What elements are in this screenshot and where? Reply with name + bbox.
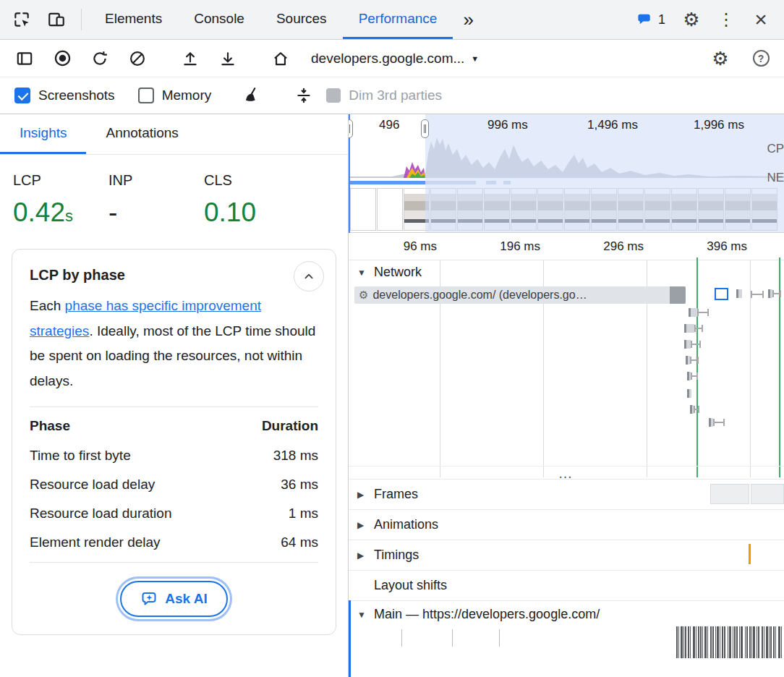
reload-icon [90, 49, 109, 68]
home-icon [271, 49, 290, 68]
screenshot-thumbnail[interactable] [430, 188, 456, 231]
selected-request-outline[interactable] [715, 288, 728, 300]
console-messages-button[interactable]: 1 [628, 12, 674, 28]
screenshot-thumbnail[interactable] [404, 188, 430, 231]
flame-activity-stripe [769, 626, 770, 658]
save-profile-button[interactable] [209, 42, 247, 75]
timeline-overview[interactable]: 496 996 ms 1,496 ms 1,996 ms 2,49 CP NE [349, 114, 784, 233]
ask-ai-button[interactable]: Ask AI [120, 581, 227, 617]
screenshot-thumbnail[interactable] [564, 188, 590, 231]
tab-performance[interactable]: Performance [343, 0, 453, 39]
network-request-bar[interactable] [736, 289, 742, 298]
tab-sources[interactable]: Sources [260, 0, 343, 39]
window-resize-handle-right[interactable] [421, 119, 429, 138]
marker-line [779, 257, 780, 477]
flame-activity-stripe [741, 626, 743, 658]
help-button[interactable]: ? [742, 42, 780, 75]
network-resize-handle[interactable]: … [349, 466, 784, 479]
close-devtools-button[interactable]: × [743, 9, 778, 30]
page-selector-dropdown[interactable]: developers.google.com... ▼ [299, 51, 490, 67]
record-and-reload-button[interactable] [81, 42, 119, 75]
inspect-element-button[interactable] [4, 0, 39, 39]
flame-activity-stripe [720, 626, 720, 658]
column-header-duration: Duration [236, 407, 318, 442]
phase-duration: 64 ms [236, 528, 318, 563]
screenshot-thumbnail[interactable] [350, 188, 376, 231]
flame-activity-stripe [681, 626, 683, 658]
toggle-sidebar-button[interactable] [6, 42, 43, 75]
network-request-bar[interactable] [686, 356, 690, 365]
screenshot-thumbnail[interactable] [698, 188, 724, 231]
screenshot-thumbnail[interactable] [725, 188, 751, 231]
metric-value: 0.42 [13, 197, 65, 227]
network-request-bar[interactable] [687, 389, 691, 398]
network-request-whisker [691, 341, 701, 348]
main-track-header[interactable]: ▼ Main — https://developers.google.com/ [357, 607, 600, 622]
phase-name: Time to first byte [30, 441, 236, 470]
screenshot-thumbnail[interactable] [457, 188, 483, 231]
flame-activity-stripe [778, 626, 780, 658]
metric-lcp[interactable]: LCP 0.42s [13, 172, 108, 233]
flame-activity-stripe [749, 626, 751, 658]
tab-insights[interactable]: Insights [0, 114, 86, 154]
network-request-chip[interactable]: ⚙ developers.google.com/ (developers.go… [354, 286, 686, 304]
screenshot-thumbnail[interactable] [537, 188, 563, 231]
screenshot-thumbnail[interactable] [751, 188, 777, 231]
network-request-bar[interactable] [709, 418, 713, 427]
close-icon: × [754, 9, 767, 30]
screenshot-thumbnail[interactable] [484, 188, 510, 231]
frame-thumbnail-block[interactable] [751, 484, 784, 504]
upload-icon [181, 49, 200, 68]
tab-console[interactable]: Console [178, 0, 260, 39]
network-request-bar[interactable] [687, 372, 691, 380]
screenshot-thumbnail[interactable] [377, 188, 403, 231]
devtools-tabbar: Elements Console Sources Performance » 1… [0, 0, 784, 40]
collect-garbage-button[interactable] [234, 80, 270, 111]
screenshot-thumbnail[interactable] [511, 188, 537, 231]
timing-marker[interactable] [749, 544, 751, 564]
window-resize-handle-left[interactable] [349, 119, 353, 138]
capture-settings-button[interactable]: ⚙ [702, 42, 739, 75]
timings-track[interactable]: ▶ Timings [349, 540, 784, 570]
network-request-bar[interactable] [684, 340, 691, 349]
metric-inp[interactable]: INP - [108, 172, 204, 233]
network-request-whisker [713, 419, 725, 426]
device-toolbar-button[interactable] [39, 0, 74, 39]
frame-thumbnail-block[interactable] [710, 484, 749, 504]
screenshot-thumbnail[interactable] [591, 188, 617, 231]
memory-checkbox[interactable]: Memory [138, 88, 212, 103]
more-tabs-button[interactable]: » [453, 0, 483, 39]
column-header-phase: Phase [30, 407, 236, 442]
chevron-down-icon: ▼ [357, 268, 367, 278]
metric-cls[interactable]: CLS 0.10 [204, 172, 299, 233]
chevron-right-icon: ▶ [357, 520, 367, 530]
flame-barcode[interactable] [676, 626, 784, 658]
shortcuts-dialog-button[interactable] [286, 80, 322, 111]
collapse-card-button[interactable] [294, 261, 324, 291]
network-request-label: developers.google.com/ (developers.go… [372, 289, 587, 302]
toolbar-right-controls: ⚙ ? [702, 42, 784, 75]
more-options-button[interactable]: ⋮ [709, 11, 743, 28]
network-track-header[interactable]: ▼ Network [357, 265, 422, 280]
screenshots-checkbox[interactable]: Screenshots [14, 88, 115, 103]
tab-elements[interactable]: Elements [89, 0, 178, 39]
screenshot-thumbnail[interactable] [644, 188, 670, 231]
screenshot-thumbnail[interactable] [671, 188, 697, 231]
layout-shifts-track[interactable]: Layout shifts [349, 570, 784, 600]
home-button[interactable] [262, 42, 299, 75]
metric-label: CLS [204, 172, 299, 189]
settings-button[interactable]: ⚙ [674, 10, 709, 29]
clear-recording-button[interactable] [119, 42, 156, 75]
flame-activity-stripe [724, 626, 725, 658]
record-button[interactable] [43, 42, 81, 75]
tab-annotations[interactable]: Annotations [86, 114, 197, 154]
activity-tick [452, 629, 453, 647]
screenshot-thumbnail[interactable] [618, 188, 644, 231]
tab-label: Performance [359, 11, 438, 27]
load-profile-button[interactable] [171, 42, 209, 75]
network-request-bar[interactable] [684, 324, 694, 333]
network-request-bar[interactable] [768, 289, 772, 298]
animations-track[interactable]: ▶ Animations [349, 509, 784, 540]
network-request-bar[interactable] [690, 405, 694, 414]
performance-content: Insights Annotations LCP 0.42s INP - CLS… [0, 114, 784, 677]
